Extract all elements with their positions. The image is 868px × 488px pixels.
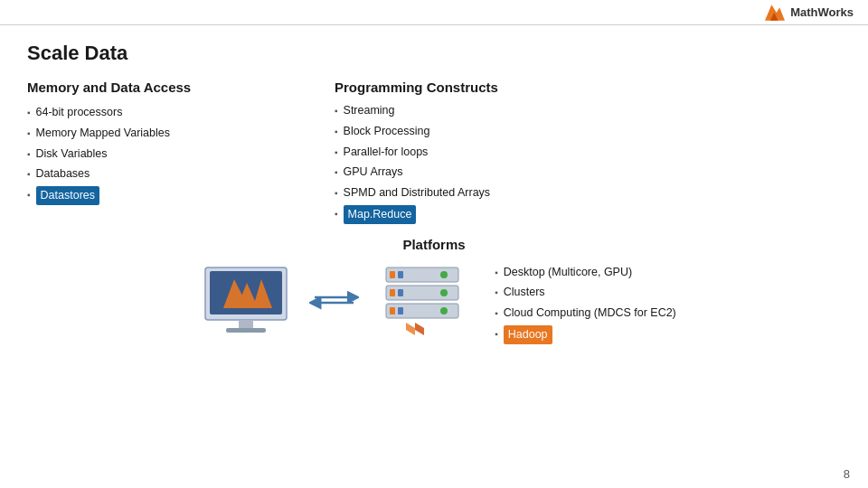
mathworks-logo: MathWorks <box>765 5 854 21</box>
memory-item-3-text: Disk Variables <box>36 145 108 163</box>
memory-item-3: Disk Variables <box>27 145 307 163</box>
plat-item-3-text: Cloud Computing (MDCS for EC2) <box>504 305 676 322</box>
memory-list: 64-bit processors Memory Mapped Variable… <box>27 104 307 205</box>
computer-illustration <box>192 263 300 344</box>
programming-list: Streaming Block Processing Parallel-for … <box>335 102 841 224</box>
svg-rect-12 <box>390 271 395 278</box>
prog-item-1: Streaming <box>335 102 841 119</box>
page-number: 8 <box>844 467 850 481</box>
memory-item-4: Databases <box>27 165 307 183</box>
svg-rect-17 <box>398 289 403 296</box>
memory-section-title: Memory and Data Access <box>27 80 307 95</box>
prog-item-4-text: GPU Arrays <box>344 164 403 181</box>
memory-item-1-text: 64-bit processors <box>36 104 123 121</box>
plat-item-1: Desktop (Multicore, GPU) <box>495 264 676 281</box>
memory-item-5-text: Datastores <box>36 186 99 205</box>
main-content: Scale Data Memory and Data Access 64-bit… <box>0 25 868 488</box>
page-title: Scale Data <box>27 42 841 65</box>
prog-item-5-text: SPMD and Distributed Arrays <box>344 184 491 202</box>
plat-item-3: Cloud Computing (MDCS for EC2) <box>495 305 676 322</box>
prog-item-2: Block Processing <box>335 123 841 140</box>
programming-section: Programming Constructs Streaming Block P… <box>335 80 841 228</box>
arrow-connector <box>309 288 359 310</box>
prog-item-2-text: Block Processing <box>344 123 430 140</box>
svg-rect-21 <box>398 307 403 314</box>
svg-rect-16 <box>390 289 395 296</box>
platforms-section: Platforms <box>27 237 841 348</box>
prog-item-6-text: Map.Reduce <box>344 205 417 224</box>
prog-item-5: SPMD and Distributed Arrays <box>335 184 841 202</box>
programming-section-title: Programming Constructs <box>335 80 841 95</box>
svg-marker-23 <box>406 323 415 335</box>
memory-section: Memory and Data Access 64-bit processors… <box>27 80 307 228</box>
svg-rect-5 <box>239 320 253 329</box>
memory-item-2-text: Memory Mapped Variables <box>36 125 170 142</box>
plat-item-2: Clusters <box>495 284 676 301</box>
plat-item-4-text: Hadoop <box>504 325 552 344</box>
plat-item-1-text: Desktop (Multicore, GPU) <box>504 264 632 281</box>
memory-item-5: Datastores <box>27 186 307 205</box>
mathworks-text: MathWorks <box>790 5 854 19</box>
mathworks-icon <box>765 5 785 21</box>
plat-item-4: Hadoop <box>495 325 676 344</box>
svg-rect-6 <box>226 328 266 333</box>
svg-rect-20 <box>390 307 395 314</box>
memory-item-1: 64-bit processors <box>27 104 307 121</box>
svg-rect-18 <box>440 289 448 296</box>
prog-item-6: Map.Reduce <box>335 205 841 224</box>
computer-svg <box>192 263 300 344</box>
prog-item-3-text: Parallel-for loops <box>344 144 429 161</box>
prog-item-4: GPU Arrays <box>335 164 841 181</box>
platforms-list: Desktop (Multicore, GPU) Clusters Cloud … <box>495 264 676 344</box>
prog-item-3: Parallel-for loops <box>335 144 841 161</box>
svg-marker-24 <box>415 323 424 335</box>
server-svg <box>368 263 476 344</box>
memory-item-4-text: Databases <box>36 165 90 183</box>
prog-item-1-text: Streaming <box>344 102 395 119</box>
platforms-title: Platforms <box>27 237 841 252</box>
arrow-svg <box>309 288 359 310</box>
memory-item-2: Memory Mapped Variables <box>27 125 307 142</box>
svg-rect-22 <box>440 307 448 314</box>
top-bar: MathWorks <box>0 0 868 25</box>
server-illustration <box>368 263 476 344</box>
svg-rect-14 <box>440 271 448 278</box>
platforms-bullets: Desktop (Multicore, GPU) Clusters Cloud … <box>495 264 676 348</box>
svg-rect-13 <box>398 271 403 278</box>
plat-item-2-text: Clusters <box>504 284 545 301</box>
